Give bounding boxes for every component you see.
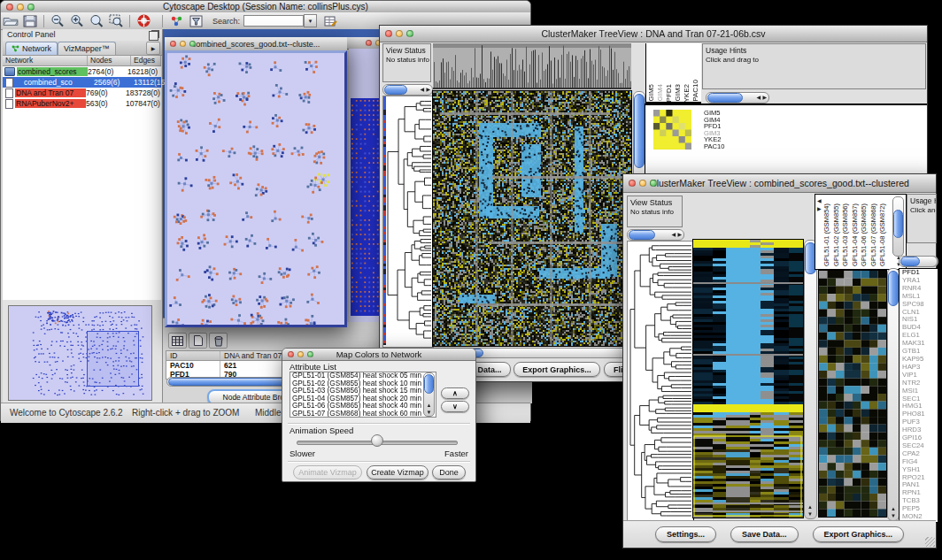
scroll-right-icon[interactable]: ▶ — [677, 232, 682, 237]
dendrogram-hscrollbar[interactable]: ◀ ▶ — [627, 229, 684, 241]
animate-vizmap-button[interactable]: Animate Vizmap — [293, 465, 362, 479]
scrollbar-thumb[interactable] — [707, 93, 743, 103]
close-button[interactable] — [170, 41, 176, 47]
column-header-nodes[interactable]: Nodes — [88, 56, 131, 65]
zoom-button[interactable] — [650, 180, 657, 187]
open-file-button[interactable] — [1, 14, 20, 28]
scrollbar-thumb[interactable] — [900, 257, 920, 266]
scroll-down-icon[interactable]: ▼ — [891, 513, 896, 518]
column-header-id[interactable]: ID — [166, 351, 220, 360]
heatmap-canvas[interactable] — [693, 240, 803, 518]
close-button[interactable] — [629, 180, 636, 187]
combined_sco[interactable]: combined_sco 2569(6) 13112(15) — [3, 77, 161, 88]
scrollbar-thumb[interactable] — [424, 374, 434, 394]
minimize-button[interactable] — [17, 4, 24, 11]
scroll-left-icon[interactable]: ◀ — [420, 87, 424, 92]
labels-vscrollbar[interactable] — [892, 196, 904, 257]
row-dendrogram-canvas[interactable] — [628, 242, 691, 520]
scroll-right-icon[interactable]: ▶ — [762, 95, 767, 100]
search-input[interactable] — [243, 15, 304, 27]
scrollbar-thumb[interactable] — [888, 271, 899, 306]
column-label[interactable]: GPL51-03 (GSM856) — [842, 203, 852, 266]
scroll-right-icon[interactable]: ▶ — [817, 206, 822, 211]
treeview1-titlebar[interactable]: ClusterMaker TreeView : DNA and Tran 07-… — [380, 26, 927, 42]
column-label[interactable]: GPL51-08 (GSM872) — [879, 203, 889, 266]
zoom-button[interactable] — [406, 30, 413, 37]
filter-icon[interactable] — [186, 14, 205, 28]
help-lifesaver-icon[interactable] — [134, 14, 153, 28]
heatmap-canvas[interactable] — [433, 91, 631, 346]
close-button[interactable] — [366, 40, 372, 46]
dialog-titlebar[interactable]: Map Colors to Network — [282, 349, 475, 361]
search-dropdown-button[interactable]: ▼ — [304, 14, 317, 27]
resize-grip[interactable] — [925, 537, 935, 547]
network-view-canvas[interactable] — [167, 53, 344, 325]
RNAPuberNov2+[interactable]: RNAPuberNov2+ 563(0) 107847(0) — [3, 98, 161, 109]
scrollbar-thumb[interactable] — [384, 85, 407, 95]
zoom-button[interactable] — [307, 351, 313, 357]
vizmapper-icon[interactable] — [166, 14, 186, 28]
column-label[interactable]: GPL51-06 (GSM865) — [861, 203, 870, 266]
new-attribute-icon[interactable] — [189, 333, 207, 349]
zoom-fit-icon[interactable] — [106, 14, 126, 28]
select-attributes-icon[interactable] — [168, 333, 187, 349]
network-view-titlebar[interactable]: combined_scores_good.txt--cluste... — [165, 37, 347, 51]
gene-hscrollbar[interactable] — [899, 256, 938, 267]
treeview-action-button[interactable]: Save Data... — [730, 526, 799, 542]
export-graphics-button[interactable]: Export Graphics... — [513, 362, 600, 377]
scroll-left-icon[interactable]: ◀ — [817, 198, 822, 203]
scrollbar-thumb[interactable] — [634, 94, 645, 168]
heatmap-vscrollbar[interactable]: ▲ ▼ — [804, 240, 817, 519]
row-label[interactable]: PAC10 — [704, 143, 757, 150]
scroll-left-icon[interactable]: ◀ — [671, 232, 676, 237]
table-edit-icon[interactable] — [320, 14, 340, 28]
column-label[interactable]: GPL51-01 (GSM854) — [823, 203, 833, 266]
list-vscrollbar[interactable]: ▲ ▼ — [423, 372, 435, 417]
delete-attribute-icon[interactable] — [209, 333, 228, 349]
column-dendrogram-canvas[interactable] — [433, 43, 631, 89]
DNA and Tran 07[interactable]: DNA and Tran 07 769(0) 183728(0) — [3, 88, 161, 98]
scrollbar-thumb[interactable] — [893, 210, 903, 238]
minimize-button[interactable] — [297, 351, 304, 357]
hints-hscrollbar[interactable]: ◀ ▶ — [706, 92, 769, 104]
combined_scores[interactable]: combined_scores 2764(0) 16218(0) — [3, 66, 161, 77]
tab-overflow-button[interactable]: ▶ — [146, 42, 160, 55]
zoom-actual-icon[interactable] — [87, 14, 106, 28]
create-vizmap-button[interactable]: Create Vizmap — [367, 465, 429, 479]
treeview2-titlebar[interactable]: ClusterMaker TreeView : combined_scores_… — [623, 174, 936, 193]
attribute-list-item[interactable]: GPL51-07 (GSM868) heat shock 60 min — [290, 410, 436, 418]
column-label[interactable]: PAC10 — [692, 80, 701, 102]
close-button[interactable] — [385, 30, 392, 37]
move-down-button[interactable]: ∨ — [441, 401, 469, 412]
scroll-down-icon[interactable]: ▼ — [807, 511, 813, 517]
summary-matrix-canvas[interactable] — [653, 110, 691, 150]
gene-vscrollbar[interactable]: ▲ ▼ — [887, 268, 900, 521]
dendrogram-hscrollbar[interactable]: ◀ ▶ — [382, 84, 433, 96]
scroll-up-icon[interactable]: ▲ — [891, 506, 896, 511]
done-button[interactable]: Done — [432, 465, 466, 479]
tab-vizmapper[interactable]: VizMapper™ — [58, 42, 116, 55]
minimize-button[interactable] — [180, 41, 186, 47]
network-overview-thumbnail[interactable] — [8, 305, 152, 401]
zoom-heatmap-canvas[interactable] — [819, 271, 886, 517]
zoom-button[interactable] — [189, 41, 196, 47]
tab-network[interactable]: Network — [5, 42, 58, 55]
scroll-up-icon[interactable]: ▲ — [807, 504, 813, 510]
zoom-out-icon[interactable] — [48, 14, 67, 28]
zoom-in-icon[interactable] — [67, 14, 87, 28]
float-panel-icon[interactable] — [149, 31, 158, 41]
save-button[interactable] — [20, 14, 40, 28]
close-button[interactable] — [288, 351, 294, 357]
scrollbar-thumb[interactable] — [629, 230, 655, 240]
scroll-down-icon[interactable]: ▼ — [427, 410, 432, 415]
treeview-action-button[interactable]: Export Graphics... — [813, 526, 905, 542]
zoom-button[interactable] — [27, 4, 35, 11]
minimize-button[interactable] — [639, 180, 646, 187]
treeview-action-button[interactable]: Settings... — [655, 526, 716, 542]
main-window-titlebar[interactable]: Cytoscape Desktop (Session Name: collins… — [1, 1, 530, 13]
close-button[interactable] — [6, 4, 13, 11]
scroll-up-icon[interactable]: ▲ — [427, 403, 432, 408]
minimize-button[interactable] — [396, 30, 403, 37]
move-up-button[interactable]: ∧ — [441, 387, 469, 399]
column-header-network[interactable]: Network — [3, 56, 88, 65]
